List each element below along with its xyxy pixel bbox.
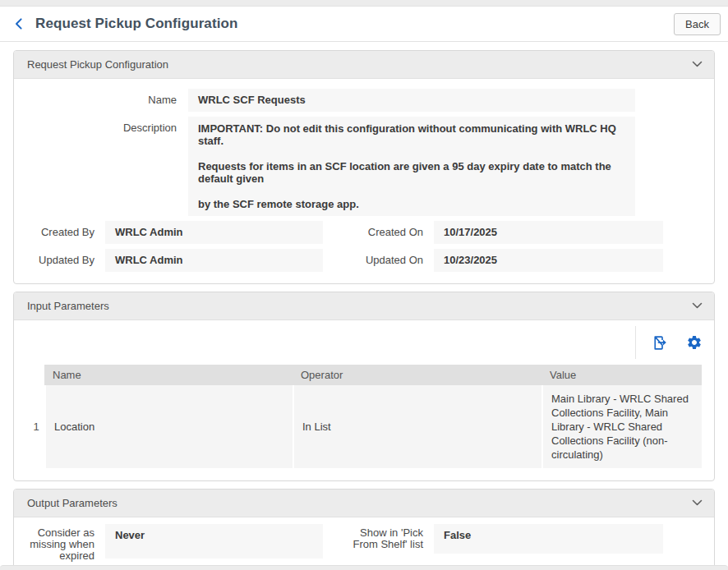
chevron-down-icon (692, 497, 703, 509)
show-pick-from-shelf-value: False (434, 524, 663, 554)
page-header: Request Pickup Configuration Back (0, 7, 728, 42)
table-header-name: Name (44, 365, 293, 385)
created-row: Created By WRLC Admin Created On 10/17/2… (14, 221, 714, 244)
row-operator: In List (293, 385, 541, 468)
name-row: Name WRLC SCF Requests (14, 89, 714, 112)
row-name: Location (44, 385, 293, 468)
output-parameters-title: Output Parameters (27, 497, 117, 509)
output-parameters-body: Consider as missing when expired Never S… (14, 517, 714, 570)
updated-by-value: WRLC Admin (105, 249, 323, 272)
consider-missing-label: Consider as missing when expired (14, 524, 94, 562)
updated-on-label: Updated On (323, 249, 423, 266)
gear-icon[interactable] (686, 334, 703, 351)
description-line: by the SCF remote storage app. (198, 198, 625, 210)
created-by-value: WRLC Admin (105, 221, 323, 244)
description-line: IMPORTANT: Do not edit this configuratio… (198, 122, 625, 147)
chevron-down-icon (692, 300, 703, 312)
description-value: IMPORTANT: Do not edit this configuratio… (188, 117, 635, 216)
row-number: 1 (28, 385, 44, 468)
input-parameters-title: Input Parameters (27, 300, 109, 312)
bottom-edge-bar (0, 565, 728, 570)
export-icon[interactable] (651, 334, 668, 352)
toolbar-divider (635, 326, 636, 359)
table-header-num (28, 365, 44, 385)
created-on-label: Created On (323, 221, 423, 238)
table-toolbar (14, 320, 714, 365)
show-pick-from-shelf-label: Show in 'Pick From Shelf' list (323, 524, 423, 550)
table-row: 1 Location In List Main Library - WRLC S… (28, 385, 702, 468)
name-value: WRLC SCF Requests (188, 89, 635, 112)
top-edge-bar (0, 0, 728, 7)
table-header-operator: Operator (293, 365, 541, 385)
content-area: Request Pickup Configuration Name WRLC S… (0, 42, 728, 570)
updated-by-label: Updated By (14, 249, 94, 266)
back-button[interactable]: Back (674, 13, 721, 35)
general-section: Request Pickup Configuration Name WRLC S… (13, 50, 715, 284)
consider-missing-value: Never (105, 524, 323, 559)
created-by-label: Created By (14, 221, 94, 238)
updated-row: Updated By WRLC Admin Updated On 10/23/2… (14, 249, 714, 272)
parameters-table: Name Operator Value 1 Location In List M… (28, 365, 702, 468)
table-header-value: Value (541, 365, 702, 385)
description-label: Description (14, 117, 177, 134)
general-section-header[interactable]: Request Pickup Configuration (14, 51, 714, 79)
page-title: Request Pickup Configuration (35, 16, 237, 32)
updated-on-value: 10/23/2025 (434, 249, 663, 272)
chevron-down-icon (692, 58, 703, 71)
general-section-title: Request Pickup Configuration (27, 58, 168, 71)
input-parameters-header[interactable]: Input Parameters (14, 292, 714, 320)
input-parameters-section: Input Parameters N (13, 292, 715, 481)
row-value: Main Library - WRLC Shared Collections F… (541, 385, 702, 468)
output-row: Consider as missing when expired Never S… (14, 524, 714, 562)
name-label: Name (14, 89, 177, 106)
back-chevron-icon[interactable] (10, 15, 28, 33)
output-parameters-section: Output Parameters Consider as missing wh… (13, 489, 715, 570)
description-row: Description IMPORTANT: Do not edit this … (14, 117, 714, 216)
created-on-value: 10/17/2025 (434, 221, 663, 244)
table-header-row: Name Operator Value (28, 365, 702, 385)
description-line: Requests for items in an SCF location ar… (198, 160, 625, 185)
output-parameters-header[interactable]: Output Parameters (14, 490, 714, 517)
general-section-body: Name WRLC SCF Requests Description IMPOR… (14, 79, 714, 283)
